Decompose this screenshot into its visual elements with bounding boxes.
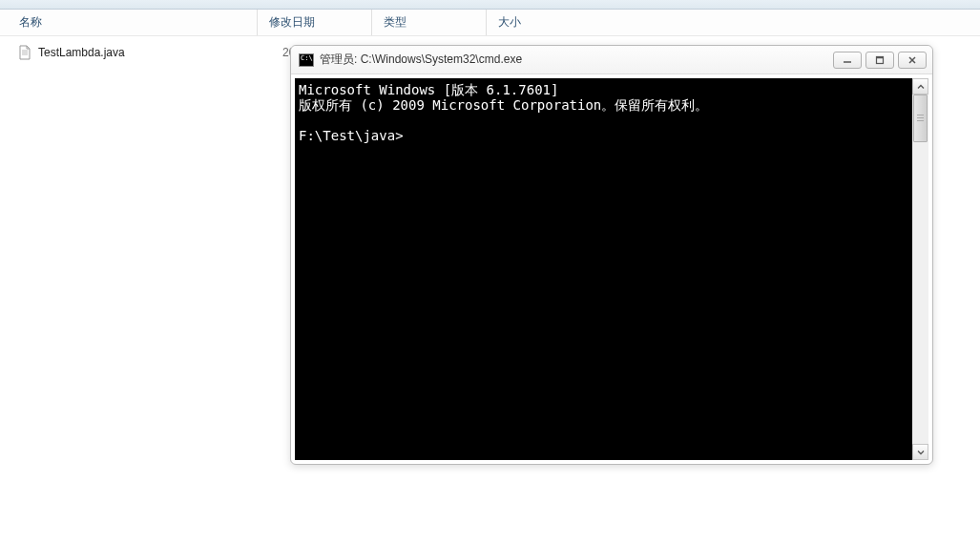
minimize-icon [843,55,852,65]
column-headers: 名称 修改日期 类型 大小 [0,10,980,36]
cmd-scrollbar[interactable] [912,78,928,460]
cmd-body: Microsoft Windows [版本 6.1.7601] 版权所有 (c)… [295,78,928,460]
chevron-up-icon [917,83,925,91]
cmd-content[interactable]: Microsoft Windows [版本 6.1.7601] 版权所有 (c)… [295,78,912,460]
scrollbar-up-button[interactable] [912,78,928,94]
column-header-date[interactable]: 修改日期 [258,10,372,35]
file-icon [17,45,32,60]
cmd-titlebar[interactable]: 管理员: C:\Windows\System32\cmd.exe [291,46,932,74]
window-buttons [833,52,927,69]
cmd-window[interactable]: 管理员: C:\Windows\System32\cmd.exe Microso… [290,45,933,465]
column-header-type[interactable]: 类型 [372,10,487,35]
cmd-line: Microsoft Windows [版本 6.1.7601] [299,82,558,97]
maximize-icon [875,55,885,65]
chevron-down-icon [917,449,925,456]
close-button[interactable] [898,52,927,69]
scrollbar-thumb[interactable] [913,94,928,142]
cmd-icon [299,53,314,67]
scrollbar-track[interactable] [912,94,928,444]
scrollbar-down-button[interactable] [912,444,928,460]
maximize-button[interactable] [865,52,894,69]
file-name: TestLambda.java [38,46,273,59]
minimize-button[interactable] [833,52,862,69]
explorer-top-bar [0,0,980,10]
column-header-name[interactable]: 名称 [0,10,258,35]
cmd-prompt: F:\Test\java> [299,128,404,143]
column-header-size[interactable]: 大小 [487,10,601,35]
cmd-title: 管理员: C:\Windows\System32\cmd.exe [320,52,833,68]
close-icon [907,55,917,65]
cmd-line: 版权所有 (c) 2009 Microsoft Corporation。保留所有… [299,97,708,113]
